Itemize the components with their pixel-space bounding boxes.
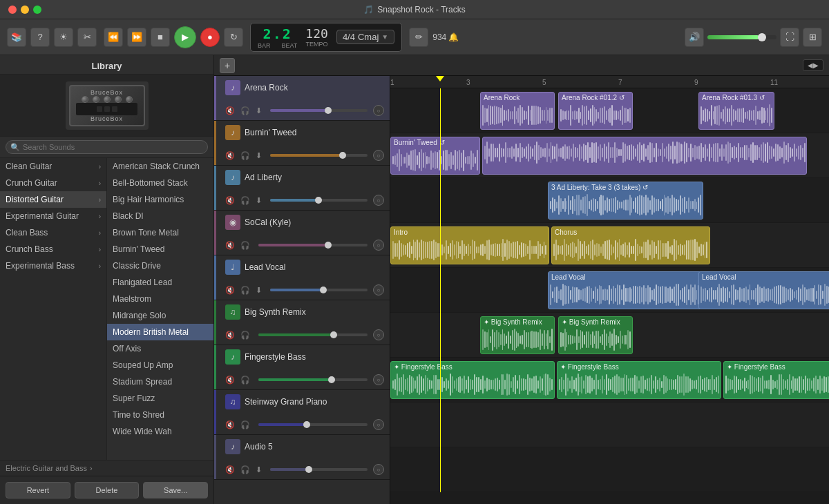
track-dial[interactable]: ○ [373,150,384,161]
track-volume-slider[interactable] [270,109,368,112]
timeline-track-4[interactable]: Lead VocalLead VocalLead [390,268,829,313]
track-mute-icon[interactable]: 🔇 [225,286,235,295]
preset-item-10[interactable]: Modern British Metal [107,324,213,340]
delete-button[interactable]: Delete [75,482,140,498]
fullscreen-icon[interactable]: ⛶ [780,28,799,47]
track-headphone-icon[interactable]: 🎧 [240,465,250,474]
play-button[interactable]: ▶ [174,26,196,48]
timeline-track-3[interactable]: IntroChorus [390,223,829,268]
close-button[interactable] [8,6,17,14]
track-mute-icon[interactable]: 🔇 [225,376,235,385]
preset-item-5[interactable]: Burnin' Tweed [107,241,213,258]
fast-forward-button[interactable]: ⏩ [127,28,146,47]
track-mute-icon[interactable]: 🔇 [225,241,235,250]
revert-button[interactable]: Revert [6,482,70,498]
volume-thumb[interactable] [758,33,766,41]
preset-item-3[interactable]: Black DI [107,208,213,224]
clip-1-1[interactable] [482,137,807,175]
cycle-button[interactable]: ↻ [224,28,243,47]
track-volume-thumb[interactable] [325,242,332,249]
scissor-icon[interactable]: ✂ [77,28,97,47]
timeline-track-2[interactable]: 3 Ad Liberty: Take 3 (3 takes) ↺ [390,178,829,223]
category-item-3[interactable]: Experimental Guitar› [0,208,106,224]
save-button[interactable]: Save... [143,482,208,498]
track-header-1[interactable]: ♪ Burnin' Tweed 🔇 🎧 ⬇ ○ [214,121,390,166]
track-mute-icon[interactable]: 🔇 [225,151,235,160]
preset-item-11[interactable]: Off Axis [107,340,213,357]
rewind-button[interactable]: ⏪ [104,28,123,47]
track-volume-thumb[interactable] [303,421,310,428]
track-volume-slider[interactable] [270,289,368,291]
preset-item-9[interactable]: Midrange Solo [107,307,213,324]
volume-slider[interactable] [707,35,776,39]
track-record-icon[interactable]: ⬇ [256,196,262,205]
track-headphone-icon[interactable]: 🎧 [240,241,250,250]
track-headphone-icon[interactable]: 🎧 [240,106,250,115]
track-header-7[interactable]: ♫ Steinway Grand Piano 🔇 🎧 ○ [214,390,390,435]
preset-item-14[interactable]: Super Fuzz [107,390,213,407]
track-volume-thumb[interactable] [315,197,322,204]
help-icon[interactable]: ? [30,28,50,47]
preset-item-12[interactable]: Souped Up Amp [107,357,213,374]
track-record-icon[interactable]: ⬇ [256,106,262,115]
sidebar-icon[interactable]: ⊞ [803,28,822,47]
track-header-2[interactable]: ♪ Ad Liberty 🔇 🎧 ⬇ ○ [214,166,390,211]
preset-item-6[interactable]: Classic Drive [107,258,213,274]
track-mute-icon[interactable]: 🔇 [225,106,235,115]
preset-item-13[interactable]: Stadium Spread [107,374,213,390]
metronome-icon[interactable]: ☀ [54,28,73,47]
track-header-3[interactable]: ◉ SoCal (Kyle) 🔇 🎧 ○ [214,211,390,255]
clip-0-2[interactable]: Arena Rock #01.3 ↺ [698,92,774,130]
track-header-6[interactable]: ♪ Fingerstyle Bass 🔇 🎧 ○ [214,345,390,390]
track-volume-thumb[interactable] [325,107,332,114]
timeline-track-0[interactable]: Arena RockArena Rock #01.2 ↺Arena Rock #… [390,88,829,133]
category-item-5[interactable]: Crunch Bass› [0,241,106,258]
track-headphone-icon[interactable]: 🎧 [240,196,250,205]
track-volume-thumb[interactable] [330,331,337,338]
record-button[interactable]: ● [200,28,220,47]
track-volume-thumb[interactable] [305,466,312,473]
preset-item-1[interactable]: Bell-Bottomed Stack [107,175,213,191]
timeline-track-1[interactable]: Burnin' Tweed ↺ [390,133,829,178]
track-headphone-icon[interactable]: 🎧 [240,331,250,340]
category-item-6[interactable]: Experimental Bass› [0,258,106,274]
titlebar-controls[interactable] [8,6,41,14]
track-dial[interactable]: ○ [373,240,384,251]
minimize-button[interactable] [21,6,29,14]
clip-4-0[interactable]: Lead Vocal [548,271,703,309]
clip-6-1[interactable]: ✦ Fingerstyle Bass [557,361,721,399]
clip-5-1[interactable]: ✦ Big Synth Remix [558,316,633,354]
timeline-track-7[interactable] [390,403,829,447]
preset-item-4[interactable]: Brown Tone Metal [107,224,213,241]
library-icon[interactable]: 📚 [7,28,26,47]
track-dial[interactable]: ○ [373,419,384,430]
category-item-0[interactable]: Clean Guitar› [0,158,106,175]
track-volume-thumb[interactable] [339,152,346,159]
track-headphone-icon[interactable]: 🎧 [240,376,250,385]
track-dial[interactable]: ○ [373,284,384,295]
track-dial[interactable]: ○ [373,374,384,385]
track-volume-thumb[interactable] [320,287,327,293]
track-dial[interactable]: ○ [373,329,384,340]
clip-3-0[interactable]: Intro [390,226,549,264]
clip-2-0[interactable]: 3 Ad Liberty: Take 3 (3 takes) ↺ [548,182,703,220]
clip-1-0[interactable]: Burnin' Tweed ↺ [390,137,480,175]
track-headphone-icon[interactable]: 🎧 [240,420,250,429]
clip-0-1[interactable]: Arena Rock #01.2 ↺ [558,92,633,130]
category-item-4[interactable]: Clean Bass› [0,224,106,241]
track-record-icon[interactable]: ⬇ [256,286,262,295]
track-mute-icon[interactable]: 🔇 [225,331,235,340]
preset-item-2[interactable]: Big Hair Harmonics [107,191,213,208]
track-header-8[interactable]: ♪ Audio 5 🔇 🎧 ⬇ ○ [214,435,390,480]
track-headphone-icon[interactable]: 🎧 [240,286,250,295]
track-volume-slider[interactable] [270,199,368,202]
track-headphone-icon[interactable]: 🎧 [240,151,250,160]
track-header-0[interactable]: ♪ Arena Rock 🔇 🎧 ⬇ ○ [214,76,390,121]
clip-6-0[interactable]: ✦ Fingerstyle Bass [390,361,555,399]
preset-item-8[interactable]: Maelstrom [107,291,213,307]
track-volume-slider[interactable] [258,423,368,426]
preset-item-15[interactable]: Time to Shred [107,407,213,423]
timeline-track-6[interactable]: ✦ Fingerstyle Bass✦ Fingerstyle Bass✦ Fi… [390,358,829,403]
maximize-button[interactable] [33,6,41,14]
track-record-icon[interactable]: ⬇ [256,465,262,474]
